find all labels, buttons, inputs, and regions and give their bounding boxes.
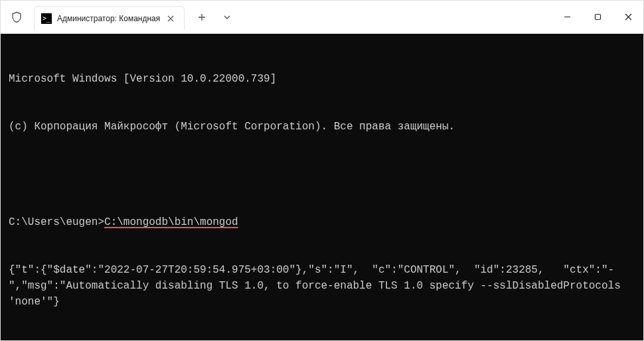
tab-dropdown-button[interactable] <box>215 7 239 28</box>
cmd-icon: >_ <box>41 13 52 24</box>
new-tab-button[interactable] <box>190 7 214 28</box>
prompt-line: C:\Users\eugen>C:\mongodb\bin\mongod <box>9 214 635 230</box>
command-text: C:\mongodb\bin\mongod <box>104 216 238 228</box>
log-line: {"t":{"$date":"2022-07-27T20:59:54.975+0… <box>9 262 635 310</box>
banner-line: (c) Корпорация Майкрософт (Microsoft Cor… <box>9 119 635 135</box>
tab-active[interactable]: >_ Администратор: Командная <box>34 6 185 30</box>
tab-title: Администратор: Командная <box>57 14 160 23</box>
tab-actions <box>190 1 239 33</box>
close-window-button[interactable] <box>613 1 643 33</box>
titlebar-drag-area[interactable] <box>239 1 552 33</box>
minimize-button[interactable] <box>552 1 582 33</box>
maximize-button[interactable] <box>582 1 613 33</box>
window-controls <box>552 1 643 33</box>
tab-close-button[interactable] <box>165 13 176 24</box>
terminal-window: >_ Администратор: Командная <box>0 0 644 341</box>
banner-line: Microsoft Windows [Version 10.0.22000.73… <box>9 71 635 87</box>
app-shield-icon <box>1 1 33 33</box>
prompt: C:\Users\eugen> <box>9 216 104 228</box>
terminal-output[interactable]: Microsoft Windows [Version 10.0.22000.73… <box>1 34 643 340</box>
titlebar: >_ Администратор: Командная <box>1 1 643 34</box>
blank-line <box>9 167 635 182</box>
svg-rect-0 <box>595 15 600 20</box>
